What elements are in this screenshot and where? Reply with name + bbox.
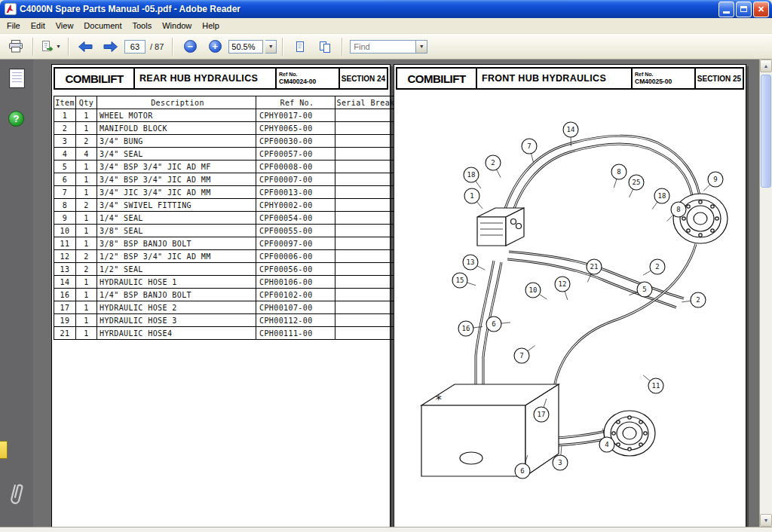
- ref-label: Ref No.: [279, 72, 336, 78]
- table-cell: [335, 122, 397, 135]
- vertical-scrollbar[interactable]: ▲ ▼: [759, 60, 772, 527]
- manifold-block: [477, 208, 524, 246]
- comments-panel-icon[interactable]: [0, 441, 8, 459]
- hydraulic-tank: *: [421, 384, 559, 476]
- find-input[interactable]: [350, 40, 416, 54]
- table-row: 21MANIFOLD BLOCKCPHY0065-00: [54, 122, 397, 135]
- menu-tools[interactable]: Tools: [127, 20, 158, 32]
- page-number-input[interactable]: [124, 40, 146, 54]
- callout-number: 7: [527, 142, 531, 150]
- table-cell: [335, 301, 397, 314]
- previous-page-button[interactable]: [75, 37, 97, 57]
- balloon-leader-line: [561, 446, 562, 455]
- export-button[interactable]: ▼: [39, 37, 63, 57]
- menu-window[interactable]: Window: [157, 20, 197, 32]
- table-cell: 1: [76, 225, 97, 237]
- zoom-dropdown-button[interactable]: ▼: [265, 40, 277, 54]
- menu-view[interactable]: View: [51, 20, 79, 32]
- balloon-leader-line: [630, 189, 633, 197]
- table-cell: 1: [76, 301, 97, 314]
- find-dropdown-button[interactable]: ▼: [416, 40, 427, 54]
- callout-number: 21: [590, 263, 599, 271]
- maximize-button[interactable]: [736, 2, 752, 17]
- table-cell: 1: [76, 122, 97, 135]
- menu-edit[interactable]: Edit: [26, 20, 51, 32]
- help-icon[interactable]: ?: [8, 111, 24, 127]
- scroll-up-arrow-icon[interactable]: ▲: [760, 60, 772, 72]
- table-cell: [335, 237, 397, 250]
- balloon-leader-line: [528, 346, 535, 351]
- balloon-leader-line: [565, 292, 568, 300]
- parts-table-body: 11WHEEL MOTORCPHY0017-0021MANIFOLD BLOCK…: [54, 109, 397, 340]
- table-row: 1321/2" SEALCPF00056-00: [54, 263, 397, 276]
- zoom-out-button[interactable]: −: [179, 37, 201, 57]
- scrollbar-thumb[interactable]: [761, 75, 771, 188]
- table-cell: 3/4" SEAL: [97, 148, 256, 161]
- horizontal-scrollbar[interactable]: [0, 527, 772, 532]
- table-row: 211HYRDAULIC HOSE4CPH00111-00: [54, 327, 397, 340]
- callout-number: 7: [519, 352, 523, 359]
- table-cell: HYDRAULIC HOSE 3: [97, 314, 256, 327]
- brand-logo: COMBILIFT: [397, 69, 477, 88]
- table-cell: 5: [54, 161, 76, 173]
- table-cell: 1/4" BSP BANJO BOLT: [97, 289, 256, 301]
- menu-bar: File Edit View Document Tools Window Hel…: [0, 18, 772, 34]
- table-cell: 12: [54, 250, 76, 263]
- balloon-leader-line: [643, 271, 651, 275]
- zoom-in-button[interactable]: +: [204, 37, 226, 57]
- menu-help[interactable]: Help: [197, 20, 225, 32]
- section-label: SECTION 24: [339, 69, 387, 88]
- menu-document[interactable]: Document: [78, 20, 127, 32]
- printer-icon: [8, 40, 23, 53]
- left-page-header: COMBILIFT REAR HUB HYDRAULICS Ref No. CM…: [54, 67, 388, 90]
- callout-number: 16: [462, 325, 470, 332]
- table-row: 513/4" BSP 3/4" JIC AD MFCPF00008-00: [54, 161, 397, 173]
- ref-value: CM40024-00: [279, 78, 336, 85]
- callout-number: 1: [470, 192, 473, 200]
- table-row: 1013/8" SEALCPF00055-00: [54, 225, 397, 237]
- table-cell: CPH00112-00: [256, 314, 335, 327]
- table-cell: 19: [54, 314, 76, 327]
- menu-file[interactable]: File: [2, 20, 26, 32]
- toolbar: ▼ / 87 − + 50.5% ▼: [0, 34, 772, 60]
- table-cell: CPHY0065-00: [256, 122, 335, 135]
- next-page-button[interactable]: [100, 37, 122, 57]
- table-cell: [335, 314, 397, 327]
- table-header: Qty: [76, 96, 97, 109]
- table-cell: 1: [76, 212, 97, 225]
- table-header: Description: [97, 96, 256, 109]
- table-header-row: ItemQtyDescriptionRef No.Serial Break: [54, 96, 397, 109]
- balloon-leader-line: [703, 185, 710, 191]
- attachments-paperclip-icon[interactable]: [8, 482, 26, 510]
- table-cell: [335, 212, 397, 225]
- toolbar-separator: [282, 38, 283, 56]
- zoom-level-value[interactable]: 50.5%: [228, 40, 263, 54]
- minimize-button[interactable]: [718, 2, 734, 17]
- fit-page-button[interactable]: [314, 37, 336, 57]
- plus-icon: +: [209, 40, 222, 53]
- table-cell: CPF00057-00: [256, 148, 335, 161]
- table-cell: 16: [54, 289, 76, 301]
- table-cell: CPF00097-00: [256, 237, 335, 250]
- table-cell: 1: [76, 276, 97, 289]
- close-button[interactable]: ✕: [753, 2, 769, 17]
- export-icon: [41, 41, 54, 53]
- table-cell: 3/4" BSP 3/4" JIC AD MF: [97, 161, 256, 173]
- scrolling-mode-button[interactable]: [289, 37, 311, 57]
- balloon-leader-line: [667, 215, 673, 222]
- table-cell: 13: [54, 263, 76, 276]
- adobe-reader-icon: [5, 3, 17, 15]
- table-cell: 2: [76, 135, 97, 148]
- brand-logo: COMBILIFT: [55, 69, 135, 88]
- print-button[interactable]: [5, 37, 27, 57]
- ref-value: CM40025-00: [635, 78, 692, 85]
- pages-panel-icon[interactable]: [9, 69, 25, 88]
- callout-number: 17: [538, 411, 546, 418]
- window-controls: ✕: [718, 2, 769, 17]
- table-cell: 1: [76, 161, 97, 173]
- scroll-down-arrow-icon[interactable]: ▼: [760, 514, 772, 527]
- table-cell: CPHY0017-00: [256, 109, 335, 122]
- table-cell: HYDRAULIC HOSE 2: [97, 301, 256, 314]
- table-cell: 14: [54, 276, 76, 289]
- adobe-reader-window: C4000N Spare Parts Manual -05.pdf - Adob…: [0, 0, 772, 532]
